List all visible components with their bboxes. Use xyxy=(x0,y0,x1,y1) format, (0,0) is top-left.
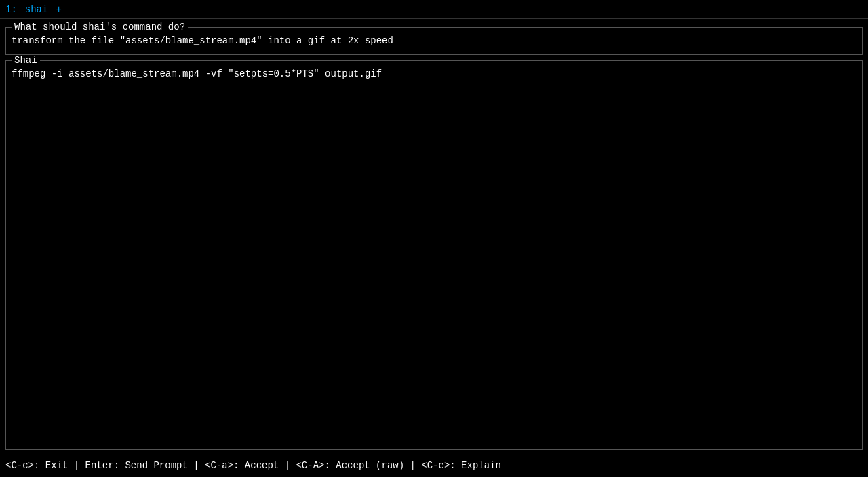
main-content: What should shai's command do? Shai ffmp… xyxy=(0,19,868,453)
keyboard-shortcuts: <C-c>: Exit | Enter: Send Prompt | <C-a>… xyxy=(5,460,501,471)
bottom-bar: <C-c>: Exit | Enter: Send Prompt | <C-a>… xyxy=(0,453,868,477)
shai-output: ffmpeg -i assets/blame_stream.mp4 -vf "s… xyxy=(12,68,856,444)
tab-name[interactable]: shai xyxy=(25,4,48,15)
tab-plus-button[interactable]: + xyxy=(56,4,61,15)
shai-output-box: Shai ffmpeg -i assets/blame_stream.mp4 -… xyxy=(5,55,863,450)
question-box: What should shai's command do? xyxy=(5,22,863,55)
question-input[interactable] xyxy=(12,35,856,46)
top-bar: 1: shai + xyxy=(0,0,868,19)
tab-number: 1: xyxy=(5,4,17,15)
shai-box-legend: Shai xyxy=(12,55,40,66)
question-box-legend: What should shai's command do? xyxy=(12,22,188,33)
